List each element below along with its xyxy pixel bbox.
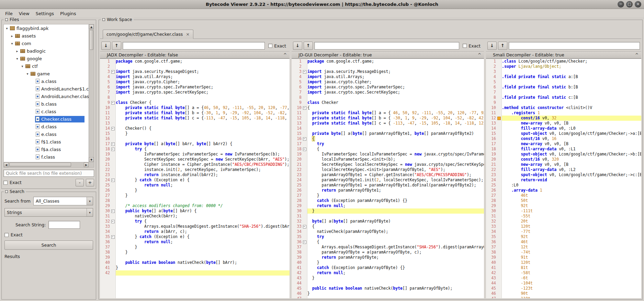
code-line: .array-data 1 [502,188,641,193]
code-line: } [116,245,290,250]
menu-file[interactable]: File [2,10,16,17]
exact-checkbox[interactable] [4,233,9,237]
tree-item-flaggybird.apk[interactable]: ▾flaggybird.apk [4,24,89,32]
line-number: 11 [486,110,497,116]
chevron-down-icon[interactable]: ▾ [87,197,93,205]
fold-icon[interactable] [111,208,115,214]
menu-plugins[interactable]: Plugins [57,10,79,17]
exact-checkbox[interactable] [268,44,272,48]
exact-checkbox[interactable] [3,181,8,185]
code-editor[interactable]: package com.google.ctf.game;import java.… [307,59,484,298]
collapse-pane-button[interactable]: ^ [283,53,287,57]
fold-icon[interactable] [303,105,307,110]
tree-item-a.class[interactable]: a.class [4,77,89,85]
fold-icon[interactable] [303,147,307,152]
code-line: private byte[] a(byte[] paramArrayOfByte… [307,131,484,136]
scroll-left-icon[interactable]: ◀ [4,162,9,167]
search-from-select[interactable]: All_Classes ▾ [33,197,93,205]
tab-checker-class[interactable]: com/google/ctf/game/Checker.class × [103,30,193,39]
fold-icon[interactable] [303,69,307,74]
tree-item-d.class[interactable]: d.class [4,123,89,130]
tree-item-b.class[interactable]: b.class [4,100,89,108]
close-icon[interactable]: × [635,1,641,8]
font-increase-button[interactable]: + [86,179,94,186]
tree-item-c.class[interactable]: c.class [4,108,89,115]
search-prev-button[interactable]: ↑ [498,42,507,50]
search-next-button[interactable]: ↓ [101,42,111,50]
tree-item-checker.class[interactable]: Checker.class [4,115,89,123]
menu-view[interactable]: View [16,10,33,17]
expanded-arrow-icon[interactable]: ▾ [4,26,9,30]
tree-item-androidlauncher$1.c[interactable]: AndroidLauncher$1.c [4,85,89,93]
line-number: 13 [486,121,497,126]
fold-icon[interactable] [111,234,115,239]
code-editor[interactable]: package com.google.ctf.game;import java.… [116,59,290,298]
expanded-arrow-icon[interactable]: ▾ [15,57,20,61]
fold-icon[interactable] [303,239,307,245]
chevron-down-icon[interactable]: ▾ [87,208,93,216]
tree-item-badlogic[interactable]: ▸badlogic [4,47,89,55]
scroll-up-icon[interactable]: ▲ [89,24,94,29]
tree-item-f.class[interactable]: f.class [4,153,89,161]
scrollbar-thumb[interactable] [89,30,93,50]
search-prev-button[interactable]: ↑ [112,42,121,50]
tree-item-f$a.class[interactable]: f$a.class [4,146,89,153]
collapse-pane-button[interactable]: ^ [478,53,481,57]
search-next-button[interactable]: ↓ [487,42,497,50]
search-string-input[interactable] [48,221,80,229]
line-number: 33 [486,224,497,229]
expanded-arrow-icon[interactable]: ▾ [25,72,30,76]
quick-file-search-input[interactable] [3,170,94,177]
fold-icon[interactable] [111,147,115,152]
fold-icon[interactable] [111,126,115,131]
code-line [307,95,484,100]
tree-item-androidlauncher.clas[interactable]: AndroidLauncher.clas [4,93,89,100]
expanded-arrow-icon[interactable]: ▾ [10,42,14,45]
fold-icon[interactable] [111,141,115,147]
collapsed-arrow-icon[interactable]: ▸ [15,49,20,53]
search-next-button[interactable]: ↓ [293,42,302,50]
fold-icon[interactable] [303,136,307,141]
collapsed-arrow-icon[interactable]: ▸ [10,34,14,38]
tree-item-e.class[interactable]: e.class [4,130,89,138]
horizontal-scrollbar[interactable]: ◀ ▶ [4,162,89,167]
pane-search-input[interactable] [123,42,265,50]
vertical-scrollbar[interactable]: ▲ ▼ [89,24,94,162]
tree-item-f$1.class[interactable]: f$1.class [4,138,89,146]
fold-icon[interactable] [111,178,115,183]
menu-settings[interactable]: Settings [33,10,57,17]
pane-search-input[interactable] [314,42,459,50]
code-line: return null; [307,270,484,276]
tree-item-assets[interactable]: ▸assets [4,32,89,40]
collapse-pane-button[interactable]: ^ [635,53,639,57]
search-prev-button[interactable]: ↑ [304,42,313,50]
scroll-down-icon[interactable]: ▼ [89,157,94,162]
font-decrease-button[interactable]: - [76,179,84,186]
line-number: 38 [486,250,497,255]
tree-item-ctf[interactable]: ▾ctf [4,62,89,70]
fold-icon[interactable] [111,69,115,74]
scroll-right-icon[interactable]: ▶ [84,162,89,167]
tree-item-game[interactable]: ▾game [4,70,89,77]
maximize-icon[interactable]: □ [626,1,633,8]
line-number: 40 [100,260,111,265]
panel-square-icon [5,18,8,21]
code-editor[interactable]: .class Lcom/google/ctf/game/Checker;.sup… [502,59,641,298]
expanded-arrow-icon[interactable]: ▾ [20,64,25,68]
fold-icon[interactable] [303,224,307,229]
tree-item-google[interactable]: ▾google [4,55,89,62]
search-button[interactable]: Search [4,240,93,250]
minimize-icon[interactable]: − [618,1,624,8]
fold-icon[interactable] [111,219,115,224]
scrollbar-thumb[interactable] [9,163,71,167]
code-line: } [307,276,484,281]
fold-icon[interactable] [111,100,115,105]
file-tree: ▾flaggybird.apk▸assets▾com▸badlogic▾goog… [4,24,89,162]
exact-checkbox[interactable] [463,44,467,48]
line-number: 20 [486,157,497,162]
pane-search-input[interactable] [509,42,640,50]
close-tab-icon[interactable]: × [186,32,190,36]
tree-item-label: e.class [41,132,56,137]
search-type-select[interactable]: Strings ▾ [4,208,93,217]
tree-item-com[interactable]: ▾com [4,40,89,47]
